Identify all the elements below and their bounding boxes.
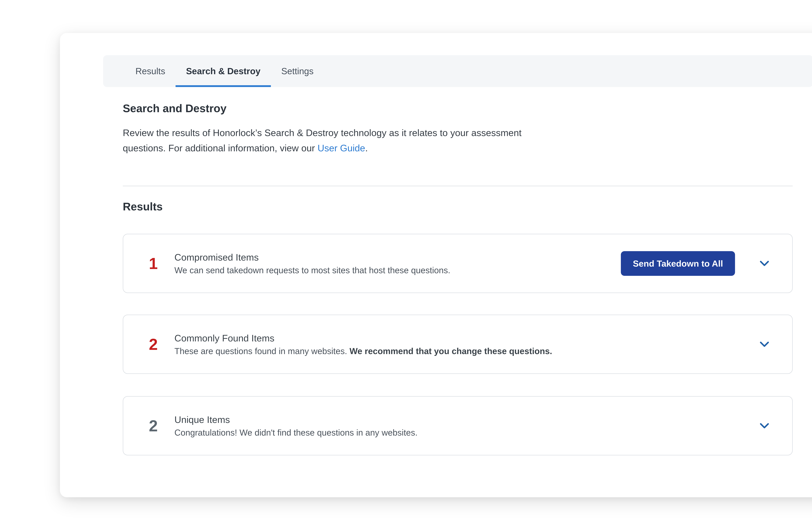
result-count: 2 xyxy=(142,336,165,352)
tab-settings-label: Settings xyxy=(281,66,314,76)
result-count: 2 xyxy=(142,418,165,434)
tab-results-label: Results xyxy=(135,66,165,76)
intro-text: Review the results of Honorlock’s Search… xyxy=(123,125,524,156)
tab-results[interactable]: Results xyxy=(125,55,176,87)
chevron-down-icon[interactable] xyxy=(759,422,769,429)
tab-settings[interactable]: Settings xyxy=(271,55,324,87)
result-title: Compromised Items xyxy=(174,252,450,263)
result-subtitle-normal: These are questions found in many websit… xyxy=(174,346,349,356)
result-card-commonly-found-items[interactable]: 2 Commonly Found Items These are questio… xyxy=(123,315,793,374)
result-text-block: Unique Items Congratulations! We didn't … xyxy=(174,414,418,438)
chevron-down-icon[interactable] xyxy=(759,260,769,267)
result-text-block: Compromised Items We can send takedown r… xyxy=(174,252,450,275)
result-title: Unique Items xyxy=(174,414,418,425)
result-text-block: Commonly Found Items These are questions… xyxy=(174,333,552,356)
tab-bar: Results Search & Destroy Settings xyxy=(103,55,812,87)
intro-after: . xyxy=(365,143,368,153)
send-takedown-to-all-button[interactable]: Send Takedown to All xyxy=(621,251,735,276)
tab-search-and-destroy-label: Search & Destroy xyxy=(186,66,261,76)
result-subtitle: These are questions found in many websit… xyxy=(174,346,552,356)
results-heading: Results xyxy=(123,200,163,213)
result-subtitle: We can send takedown requests to most si… xyxy=(174,265,450,275)
result-count: 1 xyxy=(142,255,165,272)
page-title: Search and Destroy xyxy=(123,102,227,115)
result-card-unique-items[interactable]: 2 Unique Items Congratulations! We didn'… xyxy=(123,396,793,455)
tab-search-and-destroy[interactable]: Search & Destroy xyxy=(176,55,271,87)
result-subtitle-bold: We recommend that you change these quest… xyxy=(349,346,552,356)
main-panel: Results Search & Destroy Settings Search… xyxy=(60,33,812,497)
result-subtitle: Congratulations! We didn't find these qu… xyxy=(174,428,418,438)
result-card-compromised-items[interactable]: 1 Compromised Items We can send takedown… xyxy=(123,234,793,293)
result-title: Commonly Found Items xyxy=(174,333,552,344)
user-guide-link[interactable]: User Guide xyxy=(318,143,365,153)
section-divider xyxy=(123,186,793,186)
chevron-down-icon[interactable] xyxy=(759,341,769,348)
